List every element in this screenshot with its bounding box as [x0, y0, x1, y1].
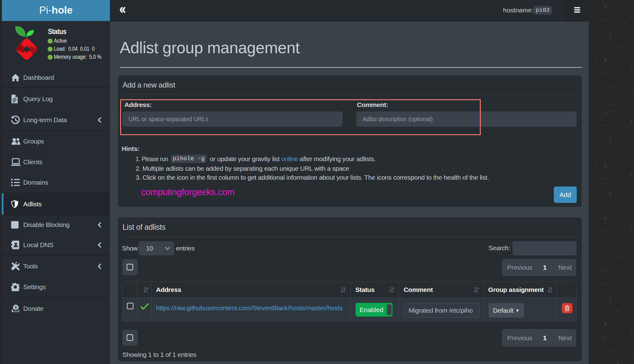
svg-text:$: $ [15, 305, 17, 310]
